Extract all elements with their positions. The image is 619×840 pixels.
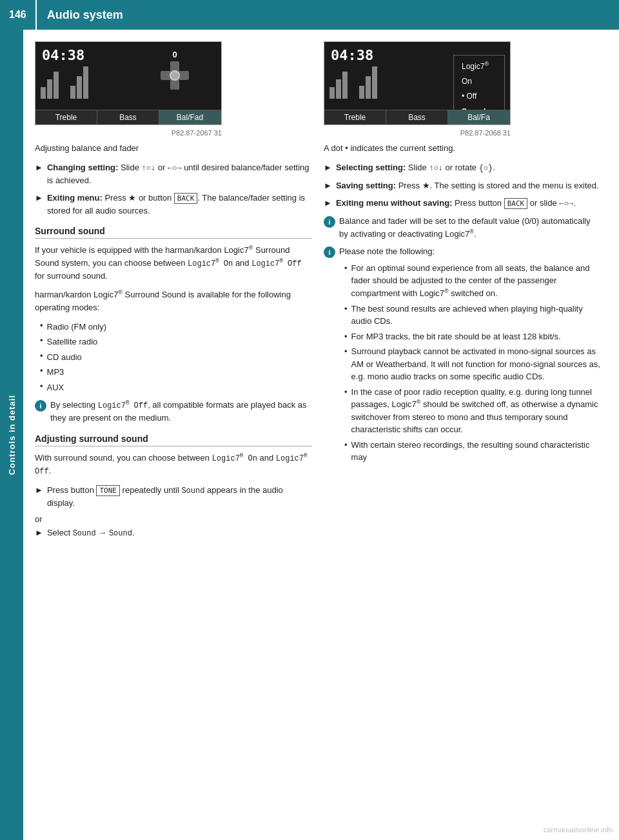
menu-on: On xyxy=(459,74,499,89)
bullet-saving-setting: ► Saving setting: Press ★. The setting i… xyxy=(324,179,601,192)
d2-bar4 xyxy=(359,86,364,99)
note-item-4: • Surround playback cannot be activated … xyxy=(339,345,601,383)
note-dot-3: • xyxy=(344,330,348,343)
bullet-exit-no-save: ► Exiting menu without saving: Press but… xyxy=(324,197,601,210)
info-icon-1: i xyxy=(35,400,46,412)
watermark: carmanualsonline.info xyxy=(544,826,613,834)
note-dot-2: • xyxy=(344,303,348,328)
list-text-aux: AUX xyxy=(47,381,64,394)
d2-bass-bars xyxy=(359,66,377,99)
bass-bars xyxy=(70,66,88,99)
note-item-1: • For an optimal sound experience from a… xyxy=(339,262,601,300)
dot-icon-4: • xyxy=(40,366,43,379)
select-sound-label: Select xyxy=(47,528,70,537)
d2-bar2 xyxy=(336,79,341,99)
list-item-radio: • Radio (FM only) xyxy=(35,321,312,334)
arrow-icon-6: ► xyxy=(324,179,332,192)
changing-setting-text: Changing setting: Slide ↑○↓ or ←○→ until… xyxy=(47,161,312,187)
note-dot-5: • xyxy=(344,386,348,436)
list-text-mp3: MP3 xyxy=(47,366,64,379)
zero-value: 0 xyxy=(172,50,177,59)
note-item-6: • With certain stereo recordings, the re… xyxy=(339,439,601,464)
bar1 xyxy=(41,87,46,99)
arrow-icon-5: ► xyxy=(324,161,332,174)
info-box-3-text: Please note the following: • For an opti… xyxy=(339,245,601,466)
display1-cross: 0 xyxy=(161,50,189,90)
info-box-3: i Please note the following: • For an op… xyxy=(324,245,601,466)
please-note-label: Please note the following: xyxy=(339,245,601,258)
note-dot-1: • xyxy=(344,262,348,300)
note-text-6: With certain stereo recordings, the resu… xyxy=(351,439,601,464)
treble-bars xyxy=(41,72,59,99)
display1-image: 04:38 xyxy=(35,41,222,125)
exiting-menu-text: Exiting menu: Press ★ or button BACK. Th… xyxy=(47,192,312,217)
adj-surround-heading: Adjusting surround sound xyxy=(35,434,312,446)
d2-bar1 xyxy=(329,87,335,99)
display1-bars xyxy=(41,60,88,99)
content-area: 04:38 xyxy=(23,30,619,840)
d2-label-bass: Bass xyxy=(386,110,448,125)
list-text-satellite: Satellite radio xyxy=(47,335,98,348)
surround-para1: If your vehicle is equipped with the har… xyxy=(35,244,312,282)
info-box-1: i By selecting Logic7® Off, all compatib… xyxy=(35,399,312,425)
bar6 xyxy=(83,66,88,99)
adj-surround-intro: With surround sound, you can choose betw… xyxy=(35,452,312,477)
info-icon-2: i xyxy=(324,216,335,228)
display2-bars xyxy=(329,60,377,99)
display1-description: Adjusting balance and fader xyxy=(35,142,312,155)
note-dot-6: • xyxy=(344,439,348,464)
d2-treble-bars xyxy=(329,72,348,99)
d2-bar5 xyxy=(366,76,371,99)
selecting-setting-text: Selecting setting: Slide ↑○↓ or rotate {… xyxy=(336,161,495,174)
dot-icon-2: • xyxy=(40,335,43,348)
list-item-cd: • CD audio xyxy=(35,351,312,364)
menu-off: • Off xyxy=(459,89,499,104)
note-item-3: • For MP3 tracks, the bit rate should be… xyxy=(339,330,601,343)
note-item-2: • The best sound results are achieved wh… xyxy=(339,303,601,328)
d2-label-treble: Treble xyxy=(324,110,386,125)
d2-bar3 xyxy=(342,72,348,99)
label-treble: Treble xyxy=(35,110,97,125)
d2-bar6 xyxy=(372,66,377,99)
dot-icon-5: • xyxy=(40,381,43,394)
arrow-icon-2: ► xyxy=(35,192,43,217)
bar2 xyxy=(47,79,52,99)
info-box-1-text: By selecting Logic7® Off, all compatible… xyxy=(50,399,312,425)
select-sound-text: Select Sound → Sound. xyxy=(47,526,135,539)
display2-image: 04:38 xyxy=(324,41,511,125)
header-bar: 146 Audio system xyxy=(0,0,619,30)
note-text-3: For MP3 tracks, the bit rate should be a… xyxy=(351,330,561,343)
dot-note: A dot • indicates the current setting. xyxy=(324,142,601,155)
display1-wrapper: 04:38 xyxy=(35,41,312,137)
arrow-icon-3: ► xyxy=(35,484,43,510)
label-balfad: Bal/Fad xyxy=(159,110,221,125)
list-text-cd: CD audio xyxy=(47,351,82,364)
right-column: 04:38 xyxy=(324,41,601,832)
page-title: Audio system xyxy=(37,8,123,22)
dot-icon-1: • xyxy=(40,321,43,334)
display2-labels: Treble Bass Bal/Fa xyxy=(324,110,510,125)
info-box-2-text: Balance and fader will be set to the def… xyxy=(339,215,601,240)
main-content: Controls in detail 04:38 xyxy=(0,30,619,840)
bar5 xyxy=(77,76,82,99)
dot-icon-3: • xyxy=(40,351,43,364)
arrow-icon-7: ► xyxy=(324,197,332,210)
bar3 xyxy=(54,72,59,99)
cross-center-dot xyxy=(170,70,180,81)
note-text-2: The best sound results are achieved when… xyxy=(351,303,601,328)
bullet-selecting-setting: ► Selecting setting: Slide ↑○↓ or rotate… xyxy=(324,161,601,174)
info-icon-3: i xyxy=(324,246,335,258)
bar4 xyxy=(70,86,75,99)
list-item-mp3: • MP3 xyxy=(35,366,312,379)
exit-no-save-text: Exiting menu without saving: Press butto… xyxy=(336,197,576,210)
display2-caption: P82.87-2068 31 xyxy=(324,129,511,137)
info-box-2: i Balance and fader will be set to the d… xyxy=(324,215,601,240)
label-bass: Bass xyxy=(97,110,159,125)
sidebar-label: Controls in detail xyxy=(7,395,17,475)
left-column: 04:38 xyxy=(35,41,312,832)
display2-wrapper: 04:38 xyxy=(324,41,601,137)
saving-setting-text: Saving setting: Press ★. The setting is … xyxy=(336,179,599,192)
d2-label-balfad: Bal/Fa xyxy=(448,110,510,125)
list-item-aux: • AUX xyxy=(35,381,312,394)
note-text-1: For an optimal sound experience from all… xyxy=(351,262,601,300)
